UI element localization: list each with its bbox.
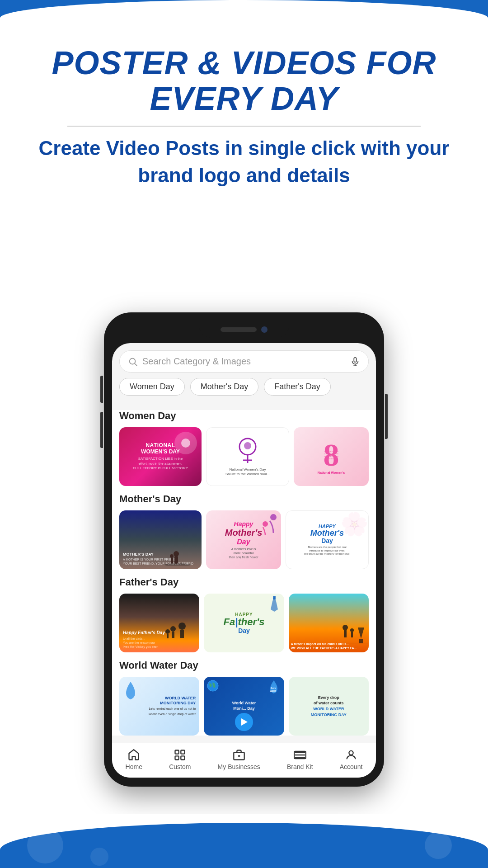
- women-day-card-1-content: National WOMEN'S DAY SATISFACTION LIES i…: [133, 442, 188, 471]
- phone-screen: Search Category & Images Women Day Mothe…: [112, 343, 376, 778]
- fathers-day-card-1[interactable]: Happy Father's Day to all the dads...You…: [119, 594, 199, 652]
- chip-mothers-day[interactable]: Mother's Day: [190, 378, 258, 396]
- svg-text:Water: Water: [270, 689, 276, 692]
- mothers-day-card-3[interactable]: HAPPY Mother's Day Mothers are the peopl…: [286, 510, 369, 569]
- svg-rect-12: [171, 557, 173, 564]
- nav-account-label: Account: [340, 763, 363, 770]
- mothers-day-card-1-content: MOTHER'S DAY A MOTHER IS YOUR FIRST FRIE…: [123, 552, 198, 566]
- chip-fathers-day[interactable]: Father's Day: [264, 378, 330, 396]
- section-title-mothers-day: Mother's Day: [119, 493, 369, 505]
- mothers-day-card-3-content: HAPPY Mother's Day Mothers are the peopl…: [304, 524, 351, 556]
- nav-businesses[interactable]: My Businesses: [218, 749, 260, 770]
- svg-point-26: [343, 625, 348, 630]
- mic-icon[interactable]: [350, 357, 360, 367]
- svg-rect-29: [351, 632, 353, 637]
- women-day-card-1[interactable]: National WOMEN'S DAY SATISFACTION LIES i…: [119, 427, 202, 486]
- svg-point-9: [164, 563, 191, 566]
- mothers-day-row: MOTHER'S DAY A MOTHER IS YOUR FIRST FRIE…: [119, 510, 369, 569]
- water-day-card-1-content: WORLD WATERMONITORING DAYLets remind eac…: [123, 696, 196, 717]
- nav-account[interactable]: Account: [340, 749, 363, 770]
- water-day-card-3[interactable]: Every dropof water countsWORLD WATERMONI…: [289, 677, 369, 736]
- fathers-day-card-1-content: Happy Father's Day to all the dads...You…: [123, 630, 196, 649]
- svg-rect-19: [172, 632, 174, 638]
- phone-notch: [199, 321, 289, 338]
- nav-brandkit[interactable]: Brand Kit: [287, 749, 313, 770]
- svg-rect-17: [180, 630, 184, 638]
- svg-rect-23: [273, 596, 276, 599]
- women-day-card-3[interactable]: 8 women women women women women women wo…: [294, 427, 369, 486]
- phone-camera: [261, 326, 267, 333]
- mothers-day-card-2[interactable]: Happy Mother's Day A moth: [206, 510, 281, 569]
- svg-point-42: [349, 751, 353, 755]
- nav-home-label: Home: [126, 763, 142, 770]
- svg-point-33: [207, 680, 218, 691]
- phone-frame: Search Category & Images Women Day Mothe…: [104, 312, 384, 787]
- page-title: POSTER & VIDEOS FOR EVERY DAY: [36, 45, 452, 117]
- phone-vol-up: [100, 376, 103, 403]
- svg-rect-10: [174, 556, 178, 564]
- women-day-card-2-content: National Women's DaySalute to the Women …: [225, 437, 270, 477]
- play-button[interactable]: [235, 713, 253, 731]
- women-day-card-2[interactable]: National Women's DaySalute to the Women …: [206, 427, 289, 486]
- svg-point-13: [170, 554, 174, 558]
- fathers-day-card-3[interactable]: A father's impact on his child's life is…: [289, 594, 369, 652]
- nav-businesses-label: My Businesses: [218, 763, 260, 770]
- nav-custom-label: Custom: [169, 763, 191, 770]
- hero-subtitle: Create Video Posts in single click with …: [36, 135, 452, 189]
- nav-brandkit-label: Brand Kit: [287, 763, 313, 770]
- mothers-day-card-2-content: Happy Mother's Day A moth: [222, 518, 265, 562]
- svg-rect-35: [181, 750, 185, 754]
- svg-rect-36: [175, 756, 179, 760]
- svg-rect-21: [167, 634, 169, 638]
- water-day-row: WORLD WATERMONITORING DAYLets remind eac…: [119, 677, 369, 736]
- fathers-day-card-2[interactable]: HAPPY Fa|ther's Day: [204, 594, 284, 652]
- phone-vol-down: [100, 412, 103, 448]
- svg-point-18: [170, 626, 176, 632]
- svg-point-16: [178, 623, 186, 630]
- svg-rect-25: [359, 639, 363, 643]
- category-chips: Women Day Mother's Day Father's Day: [112, 378, 376, 403]
- section-title-fathers-day: Father's Day: [119, 576, 369, 588]
- section-title-water-day: World Water Day: [119, 660, 369, 671]
- search-icon: [128, 357, 138, 367]
- bottom-nav: Home Custom: [112, 743, 376, 778]
- nav-home[interactable]: Home: [126, 749, 142, 770]
- svg-rect-27: [344, 630, 347, 637]
- business-icon: [233, 749, 245, 761]
- svg-marker-24: [358, 627, 364, 639]
- svg-line-1: [135, 363, 137, 366]
- water-day-card-2-content: World WaterMoni... Day Save Water: [207, 701, 280, 711]
- chip-women-day[interactable]: Women Day: [119, 378, 185, 396]
- fathers-day-row: Happy Father's Day to all the dads...You…: [119, 594, 369, 652]
- svg-rect-34: [175, 750, 179, 754]
- custom-icon: [174, 749, 186, 761]
- search-placeholder: Search Category & Images: [142, 356, 346, 367]
- water-day-card-3-content: Every dropof water countsWORLD WATERMONI…: [292, 695, 365, 717]
- nav-custom[interactable]: Custom: [169, 749, 191, 770]
- mothers-day-card-1[interactable]: MOTHER'S DAY A MOTHER IS YOUR FIRST FRIE…: [119, 510, 202, 569]
- women-day-card-3-content: 8 women women women women women women wo…: [294, 427, 369, 486]
- women-day-row: National WOMEN'S DAY SATISFACTION LIES i…: [119, 427, 369, 486]
- svg-point-0: [130, 358, 136, 364]
- svg-point-14: [270, 514, 277, 520]
- svg-point-11: [174, 551, 179, 557]
- home-icon: [127, 749, 140, 761]
- svg-point-28: [350, 628, 354, 632]
- phone-speaker: [221, 327, 257, 332]
- water-day-card-2[interactable]: World WaterMoni... Day Save Water: [204, 677, 284, 736]
- brandkit-icon: [294, 749, 306, 761]
- hero-divider: [67, 126, 421, 127]
- water-day-card-1[interactable]: WORLD WATERMONITORING DAYLets remind eac…: [119, 677, 199, 736]
- fathers-day-card-2-content: HAPPY Fa|ther's Day: [224, 612, 265, 634]
- phone-power: [385, 394, 388, 439]
- section-title-women-day: Women Day: [119, 410, 369, 422]
- svg-point-20: [165, 629, 170, 634]
- search-bar[interactable]: Search Category & Images: [119, 350, 369, 373]
- svg-rect-37: [181, 756, 185, 760]
- svg-rect-2: [354, 357, 357, 362]
- svg-point-15: [263, 521, 268, 527]
- scroll-content: Women Day National WOMEN'S DAY SATISFACT…: [112, 410, 376, 736]
- account-icon: [345, 749, 357, 761]
- svg-point-8: [244, 442, 251, 449]
